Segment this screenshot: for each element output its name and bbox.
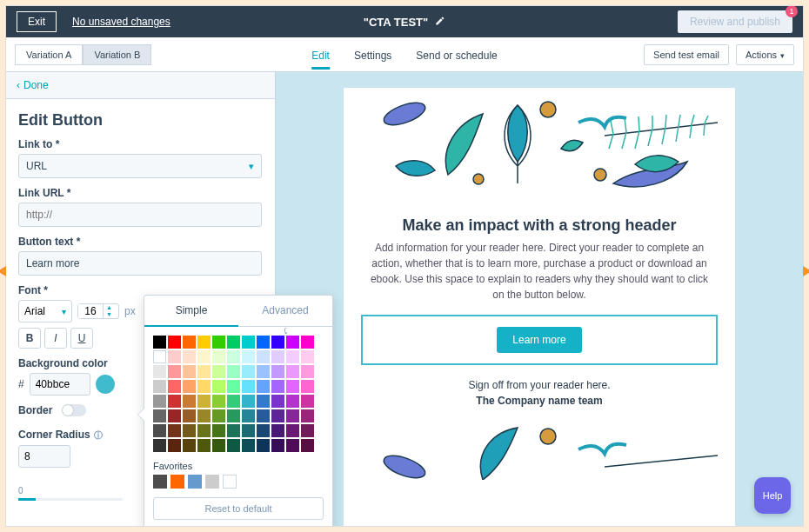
color-swatch[interactable] bbox=[153, 365, 166, 378]
color-swatch[interactable] bbox=[212, 439, 225, 452]
preview-team[interactable]: The Company name team bbox=[476, 395, 602, 407]
color-swatch[interactable] bbox=[257, 424, 270, 437]
color-swatch[interactable] bbox=[271, 336, 284, 349]
italic-button[interactable]: I bbox=[44, 328, 67, 349]
bold-button[interactable]: B bbox=[18, 328, 41, 349]
color-swatch[interactable] bbox=[227, 365, 240, 378]
color-swatch[interactable] bbox=[271, 424, 284, 437]
tab-send[interactable]: Send or schedule bbox=[416, 41, 497, 69]
color-swatch[interactable] bbox=[227, 424, 240, 437]
color-swatch[interactable] bbox=[271, 439, 284, 452]
color-swatch[interactable] bbox=[286, 439, 299, 452]
color-swatch[interactable] bbox=[197, 350, 211, 363]
color-swatch[interactable] bbox=[301, 439, 314, 452]
color-swatch[interactable] bbox=[212, 336, 225, 349]
cta-module-selected[interactable]: Learn more bbox=[361, 315, 718, 365]
color-swatch[interactable] bbox=[197, 395, 211, 408]
color-swatch[interactable] bbox=[168, 365, 181, 378]
color-swatch[interactable] bbox=[153, 350, 166, 363]
step-up-icon[interactable]: ▲ bbox=[104, 304, 115, 311]
document-title[interactable]: "CTA TEST" bbox=[364, 16, 445, 29]
cta-button[interactable]: Learn more bbox=[497, 327, 581, 353]
link-to-select[interactable]: URL ▾ bbox=[18, 154, 262, 178]
variation-a-button[interactable]: Variation A bbox=[15, 44, 83, 65]
color-swatch[interactable] bbox=[168, 350, 181, 363]
color-tab-simple[interactable]: Simple bbox=[144, 296, 238, 327]
color-swatch[interactable] bbox=[286, 380, 299, 393]
unsaved-changes-link[interactable]: No unsaved changes bbox=[72, 16, 170, 28]
color-swatch[interactable] bbox=[153, 380, 166, 393]
link-url-input[interactable] bbox=[18, 203, 262, 227]
color-swatch[interactable] bbox=[257, 395, 270, 408]
border-toggle[interactable] bbox=[62, 404, 86, 416]
color-swatch[interactable] bbox=[242, 409, 255, 422]
color-swatch[interactable] bbox=[242, 380, 255, 393]
color-swatch[interactable] bbox=[183, 395, 196, 408]
color-swatch[interactable] bbox=[168, 424, 181, 437]
email-canvas[interactable]: Make an impact with a strong header Add … bbox=[344, 88, 735, 526]
color-swatch[interactable] bbox=[168, 336, 181, 349]
button-text-input[interactable] bbox=[18, 251, 262, 276]
underline-button[interactable]: U bbox=[70, 328, 93, 349]
color-swatch[interactable] bbox=[301, 336, 314, 349]
color-swatch[interactable] bbox=[301, 350, 314, 363]
color-swatch[interactable] bbox=[183, 380, 196, 393]
color-swatch[interactable] bbox=[301, 409, 314, 422]
favorite-swatch[interactable] bbox=[170, 475, 184, 489]
color-swatch[interactable] bbox=[227, 350, 240, 363]
preview-signoff[interactable]: Sign off from your reader here. bbox=[468, 379, 610, 391]
color-swatch[interactable] bbox=[257, 365, 270, 378]
tab-settings[interactable]: Settings bbox=[354, 41, 391, 69]
color-swatch[interactable] bbox=[257, 409, 270, 422]
color-tab-advanced[interactable]: Advanced bbox=[238, 296, 332, 327]
color-swatch[interactable] bbox=[257, 380, 270, 393]
reset-default-button[interactable]: Reset to default bbox=[153, 497, 324, 520]
color-swatch[interactable] bbox=[227, 439, 240, 452]
color-swatch[interactable] bbox=[286, 395, 299, 408]
color-swatch[interactable] bbox=[242, 350, 255, 363]
review-publish-button[interactable]: Review and publish 1 bbox=[678, 10, 792, 33]
color-swatch[interactable] bbox=[197, 380, 211, 393]
color-swatch[interactable] bbox=[242, 439, 255, 452]
color-swatch[interactable] bbox=[242, 395, 255, 408]
color-swatch[interactable] bbox=[286, 336, 299, 349]
color-swatch[interactable] bbox=[153, 395, 166, 408]
color-swatch[interactable] bbox=[197, 424, 211, 437]
actions-dropdown[interactable]: Actions▾ bbox=[736, 44, 794, 65]
color-swatch[interactable] bbox=[286, 424, 299, 437]
color-swatch[interactable] bbox=[227, 336, 240, 349]
color-swatch[interactable] bbox=[286, 350, 299, 363]
color-swatch[interactable] bbox=[212, 395, 225, 408]
color-swatch[interactable] bbox=[271, 395, 284, 408]
color-swatch[interactable] bbox=[301, 424, 314, 437]
color-swatch[interactable] bbox=[183, 350, 196, 363]
color-swatch[interactable] bbox=[183, 424, 196, 437]
font-size-input[interactable] bbox=[78, 304, 103, 318]
help-button[interactable]: Help bbox=[754, 477, 791, 514]
color-swatch[interactable] bbox=[168, 409, 181, 422]
preview-headline[interactable]: Make an impact with a strong header bbox=[402, 216, 676, 235]
color-swatch[interactable] bbox=[153, 439, 166, 452]
color-swatch[interactable] bbox=[212, 380, 225, 393]
color-swatch[interactable] bbox=[183, 365, 196, 378]
color-swatch[interactable] bbox=[257, 350, 270, 363]
favorite-swatch[interactable] bbox=[188, 475, 202, 489]
corner-radius-input[interactable] bbox=[18, 445, 70, 468]
color-swatch[interactable] bbox=[197, 365, 211, 378]
font-size-stepper[interactable]: ▲ ▼ bbox=[77, 303, 119, 319]
font-family-select[interactable]: Arial ▾ bbox=[18, 300, 72, 323]
exit-button[interactable]: Exit bbox=[17, 11, 57, 32]
color-swatch[interactable] bbox=[271, 365, 284, 378]
color-swatch[interactable] bbox=[301, 380, 314, 393]
corner-radius-slider[interactable] bbox=[18, 498, 123, 501]
color-swatch[interactable] bbox=[257, 336, 270, 349]
color-swatch[interactable] bbox=[242, 336, 255, 349]
color-swatch[interactable] bbox=[168, 439, 181, 452]
color-swatch[interactable] bbox=[168, 395, 181, 408]
bg-color-swatch[interactable] bbox=[96, 375, 115, 394]
color-swatch[interactable] bbox=[183, 409, 196, 422]
color-swatch[interactable] bbox=[212, 424, 225, 437]
color-swatch[interactable] bbox=[153, 336, 166, 349]
color-swatch[interactable] bbox=[212, 365, 225, 378]
color-swatch[interactable] bbox=[257, 439, 270, 452]
